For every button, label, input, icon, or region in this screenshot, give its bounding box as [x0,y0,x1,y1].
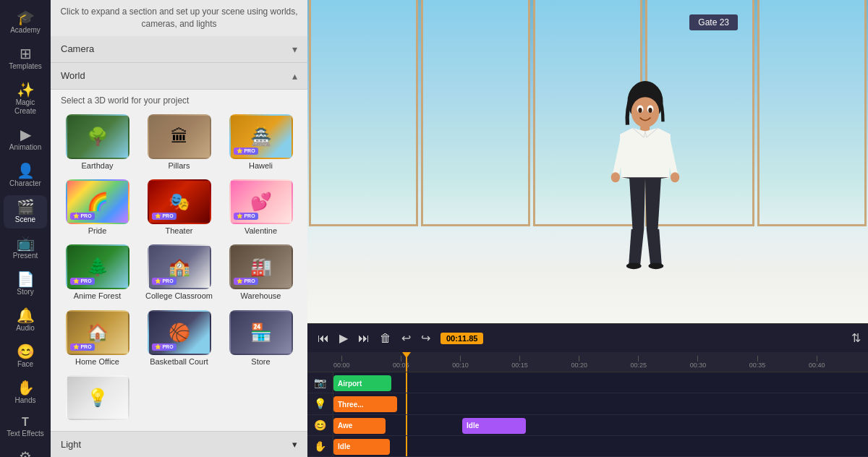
world-item-haweli[interactable]: 🏯 ⭐ PRO Haweli [223,114,299,174]
clip-airport[interactable]: Airport [333,375,391,391]
world-thumb-earthday: 🌳 [66,114,129,159]
track-content-hands[interactable]: Idle [333,436,868,456]
timeline-controls: ⏮ ▶ ⏭ 🗑 ↩ ↪ 00:11.85 ⇅ [307,323,868,352]
world-thumb-light: 💡 [66,375,129,420]
world-item-pillars[interactable]: 🏛 Pillars [141,114,217,174]
world-thumb-theater: 🎭 ⭐ PRO [148,179,211,224]
world-item-store[interactable]: 🏪 Store [223,310,299,370]
svg-point-8 [611,172,620,182]
clip-idle-hands[interactable]: Idle [333,439,390,455]
track-content-face[interactable]: Awe Idle [333,415,868,435]
redo-button[interactable]: ↪ [418,328,433,348]
panel-hint: Click to expand a section and set up you… [51,0,307,36]
world-thumb-valentine: 💕 ⭐ PRO [229,179,293,224]
sidebar-item-text-effects[interactable]: T Text Effects [4,412,47,443]
clip-three[interactable]: Three... [333,396,397,412]
svg-point-6 [648,108,652,113]
track-playhead-4 [406,436,407,456]
pro-badge-valentine: ⭐ PRO [234,213,258,220]
timeline-expand-button[interactable]: ⇅ [851,331,861,345]
world-item-anime-forest[interactable]: 🌲 ⭐ PRO Anime Forest [59,244,135,304]
delete-button[interactable]: 🗑 [377,329,394,348]
timeline-ruler: 00:0000:0500:1000:1500:2000:2500:3000:35… [307,352,868,372]
world-thumb-anime-forest: 🌲 ⭐ PRO [66,244,129,289]
pro-badge-theater: ⭐ PRO [152,213,176,220]
clip-awe[interactable]: Awe [333,418,386,434]
ruler-mark-5: 00:25 [631,356,647,369]
pro-badge-college: ⭐ PRO [152,278,176,285]
sidebar-label-text-effects: Text Effects [7,430,44,438]
sidebar-item-scene[interactable]: 🎬 Scene [4,195,47,228]
world-item-home-office[interactable]: 🏠 ⭐ PRO Home Office [59,310,135,370]
sidebar-item-animation[interactable]: ▶ Animation [4,123,47,156]
svg-point-5 [638,108,642,113]
world-item-pride[interactable]: 🌈 ⭐ PRO Pride [59,179,135,239]
world-thumb-basketball: 🏀 ⭐ PRO [148,310,211,355]
world-name-basketball: Basketball Court [150,357,208,367]
character-svg [587,77,703,280]
play-button[interactable]: ▶ [336,328,351,348]
sidebar-label-story: Story [17,288,33,296]
world-item-theater[interactable]: 🎭 ⭐ PRO Theater [141,179,217,239]
light-chevron-icon: ▾ [292,439,297,450]
face-icon: 😊 [17,344,35,359]
track-content-camera[interactable]: Airport [333,372,868,393]
track-content-light[interactable]: Three... [333,393,868,414]
world-name-valentine: Valentine [244,226,277,236]
sidebar-item-face[interactable]: 😊 Face [4,340,47,373]
skip-back-button[interactable]: ⏮ [315,329,332,348]
sidebar-item-filters[interactable]: ⚙ Filters [4,445,47,457]
playhead[interactable] [406,352,407,372]
world-item-basketball[interactable]: 🏀 ⭐ PRO Basketball Court [141,310,217,370]
window-frame-5 [757,0,867,226]
animation-icon: ▶ [20,127,31,142]
world-item-earthday[interactable]: 🌳 Earthday [59,114,135,174]
world-thumb-home-office: 🏠 ⭐ PRO [66,310,129,355]
world-item-warehouse[interactable]: 🏭 ⭐ PRO Warehouse [223,244,299,304]
sidebar-item-audio[interactable]: 🔔 Audio [4,304,47,337]
playhead-triangle [402,352,411,358]
scene-panel: Click to expand a section and set up you… [51,0,307,457]
track-playhead-3 [406,415,407,435]
sidebar-label-magic-create: Magic Create [7,98,44,116]
sidebar-label-academy: Academy [10,26,41,35]
world-name-warehouse: Warehouse [241,291,281,301]
sidebar-item-hands[interactable]: ✋ Hands [4,376,47,409]
sidebar-item-character[interactable]: 👤 Character [4,159,47,192]
sidebar-item-templates[interactable]: ⊞ Templates [4,42,47,75]
sidebar-item-magic-create[interactable]: ✨ Magic Create [4,78,47,120]
sidebar-item-academy[interactable]: 🎓 Academy [4,6,47,39]
world-thumb-store: 🏪 [229,310,293,355]
world-chevron-icon: ▴ [292,70,297,82]
ruler-mark-4: 00:20 [571,356,587,369]
light-accordion[interactable]: Light ▾ [51,431,307,457]
camera-chevron-icon: ▾ [292,43,297,55]
skip-forward-button[interactable]: ⏭ [355,329,373,348]
world-item-college[interactable]: 🏫 ⭐ PRO College Classroom [141,244,217,304]
world-item-valentine[interactable]: 💕 ⭐ PRO Valentine [223,179,299,239]
svg-point-9 [671,172,679,182]
sidebar-item-story[interactable]: 📄 Story [4,268,47,301]
pro-badge-haweli: ⭐ PRO [234,148,258,155]
world-thumb-haweli: 🏯 ⭐ PRO [229,114,293,159]
camera-accordion[interactable]: Camera ▾ [51,36,307,63]
main-content: Gate 23 ⏮ ▶ ⏭ 🗑 ↩ ↪ 00:11.85 ⇅ 00:0000:0… [307,0,868,457]
clip-idle-face[interactable]: Idle [462,418,526,434]
pro-badge-pride: ⭐ PRO [70,213,95,220]
track-icon-camera: 📷 [307,372,333,393]
pro-badge-home-office: ⭐ PRO [70,343,95,351]
light-label: Light [61,439,81,450]
sidebar-item-present[interactable]: 📺 Present [4,231,47,265]
world-thumb-warehouse: 🏭 ⭐ PRO [229,244,293,289]
hands-icon: ✋ [17,380,35,395]
world-thumb-college: 🏫 ⭐ PRO [148,244,211,289]
sidebar-label-present: Present [13,252,38,260]
character-icon: 👤 [17,163,35,178]
world-name-store: Store [251,357,270,367]
world-accordion[interactable]: World ▴ [51,63,307,90]
ruler-mark-6: 00:30 [690,356,707,369]
undo-button[interactable]: ↩ [399,328,414,348]
world-section-label: Select a 3D world for your project [51,90,307,108]
world-item-light-preview[interactable]: 💡 [59,375,135,425]
story-icon: 📄 [17,272,35,286]
